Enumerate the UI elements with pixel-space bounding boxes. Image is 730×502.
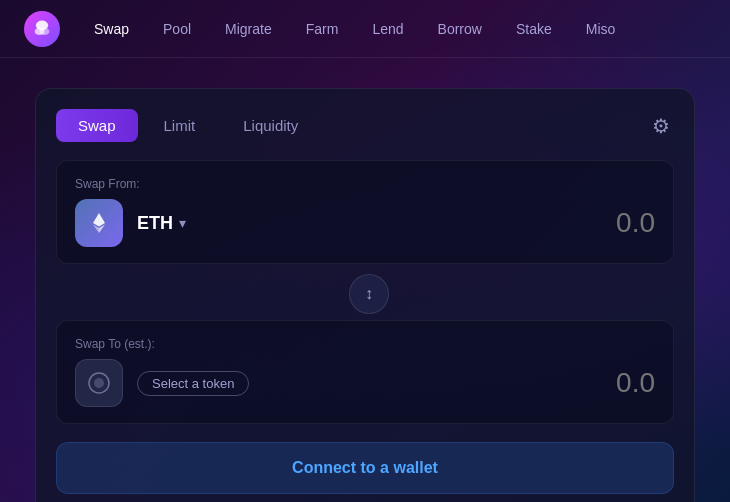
svg-point-2: [40, 27, 50, 34]
eth-token-icon: [75, 199, 123, 247]
connect-wallet-button[interactable]: Connect to a wallet: [56, 442, 674, 494]
navigation: Swap Pool Migrate Farm Lend Borrow Stake…: [0, 0, 730, 58]
swap-arrows-icon: ↕: [365, 285, 373, 303]
swap-from-input[interactable]: [200, 207, 655, 239]
logo: [24, 11, 60, 47]
swap-from-row: ETH ▾: [75, 199, 655, 247]
tabs-row: Swap Limit Liquidity ⚙: [56, 109, 674, 142]
tab-limit[interactable]: Limit: [142, 109, 218, 142]
swap-from-section: Swap From: ETH ▾: [56, 160, 674, 264]
swap-card: Swap Limit Liquidity ⚙ Swap From: ETH: [35, 88, 695, 502]
nav-item-pool[interactable]: Pool: [149, 15, 205, 43]
eth-symbol: ETH: [137, 213, 173, 234]
nav-item-borrow[interactable]: Borrow: [424, 15, 496, 43]
swap-from-label: Swap From:: [75, 177, 655, 191]
tab-swap[interactable]: Swap: [56, 109, 138, 142]
main-content: Swap Limit Liquidity ⚙ Swap From: ETH: [0, 58, 730, 502]
nav-item-miso[interactable]: Miso: [572, 15, 630, 43]
settings-icon[interactable]: ⚙: [648, 110, 674, 142]
tab-liquidity[interactable]: Liquidity: [221, 109, 320, 142]
nav-item-lend[interactable]: Lend: [358, 15, 417, 43]
swap-direction-button[interactable]: ↕: [349, 274, 389, 314]
eth-token-selector[interactable]: ETH ▾: [137, 213, 186, 234]
swap-to-input[interactable]: [263, 367, 655, 399]
chevron-down-icon: ▾: [179, 215, 186, 231]
swap-to-section: Swap To (est.): Select a token: [56, 320, 674, 424]
nav-item-swap[interactable]: Swap: [80, 15, 143, 43]
nav-item-migrate[interactable]: Migrate: [211, 15, 286, 43]
tabs: Swap Limit Liquidity: [56, 109, 648, 142]
nav-item-stake[interactable]: Stake: [502, 15, 566, 43]
swap-to-label: Swap To (est.):: [75, 337, 655, 351]
generic-token-icon: [75, 359, 123, 407]
svg-marker-3: [93, 213, 105, 227]
nav-items: Swap Pool Migrate Farm Lend Borrow Stake…: [80, 15, 629, 43]
swap-to-row: Select a token: [75, 359, 655, 407]
select-token-button[interactable]: Select a token: [137, 371, 249, 396]
nav-item-farm[interactable]: Farm: [292, 15, 353, 43]
svg-point-7: [94, 378, 104, 388]
